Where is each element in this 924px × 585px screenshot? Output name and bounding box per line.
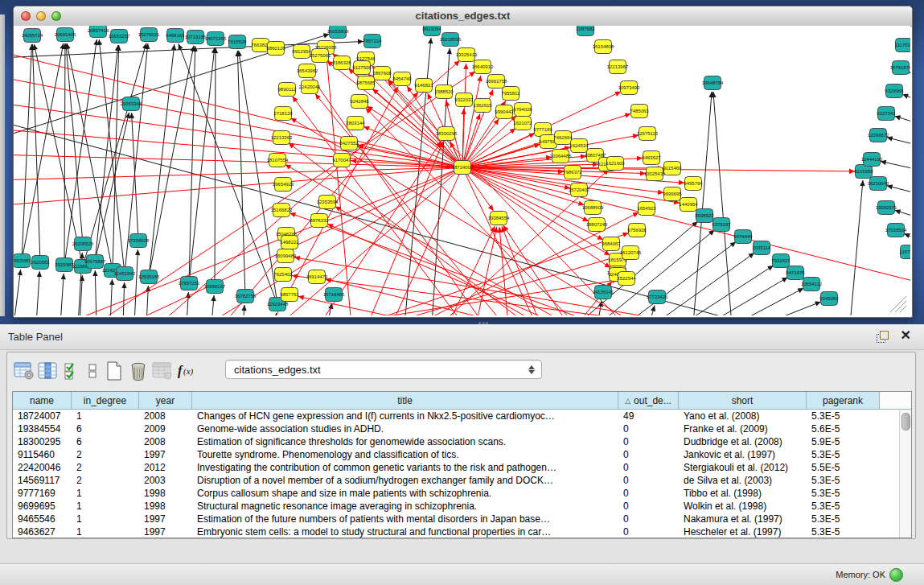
graph-node[interactable]: 12444130 bbox=[861, 153, 883, 167]
table-row[interactable]: 977716911998Corpus callosum shape and si… bbox=[13, 487, 911, 500]
graph-node[interactable]: 2803144 bbox=[346, 117, 365, 130]
graph-node[interactable]: 7955812 bbox=[501, 87, 520, 101]
graph-node[interactable]: 12975115 bbox=[637, 127, 659, 141]
graph-node[interactable]: 9322037 bbox=[454, 93, 474, 107]
graph-node[interactable]: 14671355 bbox=[205, 32, 227, 46]
graph-node[interactable]: 20206526 bbox=[72, 237, 94, 251]
graph-node[interactable]: 13325419 bbox=[456, 48, 478, 62]
graph-node[interactable]: 18807249 bbox=[586, 218, 608, 232]
graph-node[interactable]: 1624534 bbox=[569, 139, 589, 153]
graph-node[interactable]: 16961758 bbox=[486, 75, 507, 89]
table-row[interactable]: 969969511998Structural magnetic resonanc… bbox=[13, 500, 911, 513]
column-header-short[interactable]: short bbox=[679, 392, 807, 410]
graph-node[interactable]: 9329966 bbox=[885, 84, 904, 98]
graph-node[interactable]: 9115460 bbox=[663, 162, 683, 175]
graph-node[interactable]: 9890112 bbox=[278, 83, 298, 97]
graph-node[interactable]: 1167531 bbox=[900, 245, 910, 259]
graph-node[interactable]: 2522544 bbox=[617, 272, 636, 286]
graph-node[interactable]: 19218596 bbox=[440, 33, 462, 47]
table-row[interactable]: 1456911722003Disruption of a novel membe… bbox=[13, 474, 911, 487]
column-header-year[interactable]: year bbox=[139, 392, 192, 410]
graph-node[interactable]: 2935114 bbox=[753, 241, 772, 255]
graph-node[interactable]: 7986372 bbox=[563, 166, 582, 179]
table-disabled-icon[interactable] bbox=[150, 360, 175, 382]
graph-node[interactable]: 1654923 bbox=[637, 202, 656, 216]
graph-node[interactable]: 12213363 bbox=[271, 131, 293, 145]
graph-node[interactable]: 10648784 bbox=[702, 76, 724, 90]
graph-node[interactable]: 11451943 bbox=[114, 267, 136, 281]
graph-node[interactable]: 15275061 bbox=[310, 49, 331, 63]
memory-ok-indicator-icon[interactable] bbox=[889, 568, 903, 582]
column-header-title[interactable]: title bbox=[192, 392, 618, 410]
graph-node[interactable]: 12213967 bbox=[607, 60, 629, 74]
graph-node[interactable]: 9245052 bbox=[819, 292, 839, 306]
graph-node[interactable]: 15716485 bbox=[323, 288, 345, 302]
graph-node[interactable]: 6379197 bbox=[712, 218, 731, 232]
graph-node[interactable]: 16053809 bbox=[327, 26, 349, 39]
graph-node[interactable]: 2718120 bbox=[273, 107, 293, 121]
graph-node[interactable]: 19384554 bbox=[488, 212, 510, 225]
graph-node[interactable]: 9699695 bbox=[663, 187, 682, 201]
graph-node[interactable]: 8427552 bbox=[339, 137, 359, 150]
graph-node[interactable]: 18300295 bbox=[436, 127, 458, 141]
graph-node[interactable]: 18107554 bbox=[267, 154, 289, 167]
table-select-dropdown[interactable]: citations_edges.txt bbox=[225, 360, 542, 379]
graph-node[interactable]: 9474444 bbox=[733, 230, 753, 244]
graph-node[interactable]: 9990443 bbox=[495, 105, 514, 119]
scrollbar-thumb[interactable] bbox=[901, 413, 910, 431]
graph-node[interactable]: 8878332 bbox=[310, 214, 329, 228]
table-row[interactable]: 911546021997Tourette syndrome. Phenomeno… bbox=[13, 448, 911, 461]
column-select-icon[interactable] bbox=[36, 360, 60, 382]
graph-node[interactable]: 16914479 bbox=[306, 270, 328, 284]
graph-node[interactable]: 8454749 bbox=[392, 72, 412, 86]
table-row[interactable]: 946362711997Embryonic stem cells: a mode… bbox=[13, 525, 911, 538]
graph-node[interactable]: 9227341 bbox=[877, 107, 896, 121]
graph-node[interactable]: 1588520 bbox=[434, 85, 454, 99]
table-row[interactable]: 1938455462009Genome-wide association stu… bbox=[13, 422, 911, 435]
graph-node[interactable]: 20053346 bbox=[121, 97, 142, 111]
trash-icon[interactable] bbox=[126, 360, 150, 382]
canvas-resize-grip-icon[interactable] bbox=[895, 301, 906, 312]
graph-node[interactable]: 16120746 bbox=[620, 246, 642, 260]
network-window[interactable]: citations_edges.txt 14055724206914062089… bbox=[13, 6, 913, 318]
graph-node[interactable]: 9756928 bbox=[627, 224, 647, 237]
fx-icon[interactable]: f(x) bbox=[175, 360, 199, 382]
table-row[interactable]: 946554611997Estimation of the future num… bbox=[13, 513, 911, 525]
graph-node[interactable]: 10719185 bbox=[185, 31, 207, 44]
graph-node[interactable]: 15751874 bbox=[890, 61, 910, 75]
graph-node[interactable]: 16543962 bbox=[297, 64, 318, 78]
graph-node[interactable]: 9857791 bbox=[280, 288, 299, 302]
graph-node[interactable]: 15276021 bbox=[138, 28, 160, 42]
graph-node[interactable]: 9777169 bbox=[533, 123, 552, 137]
graph-node[interactable]: 9170047 bbox=[332, 154, 351, 167]
graph-node[interactable]: 17016504 bbox=[885, 224, 907, 237]
graph-node[interactable]: 3915987 bbox=[55, 258, 74, 272]
graph-node[interactable]: 12353594 bbox=[317, 196, 339, 209]
graph-node[interactable]: 10688609 bbox=[582, 201, 604, 215]
float-panel-icon[interactable] bbox=[877, 331, 889, 343]
graph-node[interactable]: 1621072 bbox=[513, 117, 532, 130]
graph-node[interactable]: 1117530 bbox=[895, 39, 910, 52]
table-row[interactable]: 1830029562008Estimation of significance … bbox=[13, 435, 911, 448]
graph-node[interactable]: 12505185 bbox=[138, 270, 160, 284]
graph-node[interactable]: 8938923 bbox=[695, 209, 714, 223]
graph-node[interactable]: 8186328 bbox=[332, 56, 351, 70]
canvas-resize-grip-icon[interactable] bbox=[890, 296, 906, 312]
graph-node[interactable]: 10973493 bbox=[618, 81, 640, 95]
graph-node[interactable]: 1440954 bbox=[679, 198, 698, 212]
graph-node[interactable]: 12093872 bbox=[868, 129, 889, 142]
graph-node[interactable]: 7625402 bbox=[273, 268, 293, 282]
graph-node[interactable]: 17733426 bbox=[647, 290, 668, 304]
graph-node[interactable]: 9242848 bbox=[350, 95, 369, 109]
graph-node[interactable]: 2620651 bbox=[31, 256, 50, 270]
graph-node[interactable]: 16099484 bbox=[275, 249, 297, 263]
graph-node[interactable]: 10653257 bbox=[109, 30, 130, 43]
graph-node[interactable]: 10654112 bbox=[801, 278, 823, 291]
new-file-icon[interactable] bbox=[102, 360, 126, 382]
graph-node[interactable]: 17359928 bbox=[128, 234, 150, 248]
graph-node[interactable]: 7857224 bbox=[363, 35, 382, 48]
graph-node[interactable]: 7485063 bbox=[630, 105, 649, 118]
graph-node[interactable]: 1621600 bbox=[606, 157, 625, 171]
column-header-name[interactable]: name bbox=[13, 392, 72, 410]
graph-node[interactable]: 22420046 bbox=[299, 80, 321, 94]
